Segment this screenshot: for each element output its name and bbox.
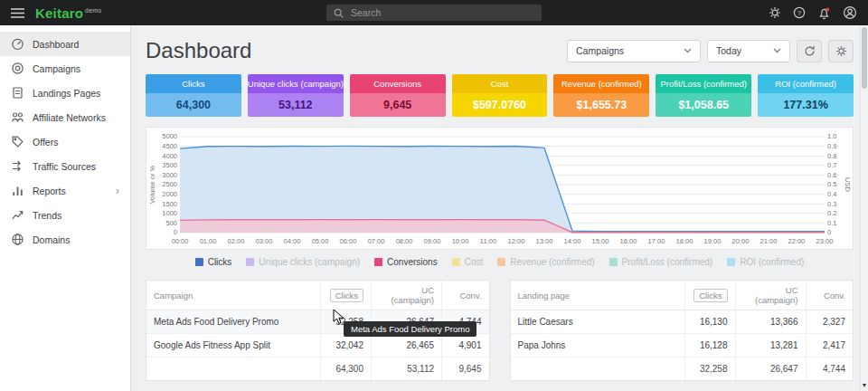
legend-item-profit-loss[interactable]: Profit/Loss (confirmed)	[609, 257, 713, 267]
y-axis-label-left: Volume or %	[148, 165, 156, 204]
clicks-cell: 16,128	[684, 334, 735, 358]
chart-legend: Clicks Unique clicks (campaign) Conversi…	[146, 257, 854, 267]
scroll-down-arrow-icon[interactable]: ▼	[861, 379, 868, 390]
legend-label: Cost	[465, 257, 484, 267]
account-icon[interactable]	[843, 5, 857, 20]
svg-text:4000: 4000	[162, 152, 177, 160]
sidebar-item-reports[interactable]: Reports ›	[0, 178, 130, 203]
svg-text:10:00: 10:00	[452, 237, 469, 245]
legend-swatch	[609, 258, 618, 266]
header-controls: Campaigns Today	[567, 40, 854, 62]
tooltip: Meta Ads Food Delivery Promo	[344, 321, 476, 337]
gear-icon[interactable]	[769, 6, 781, 19]
metric-card-profit-loss: Profit/Loss (confirmed)$1,058.65	[656, 74, 751, 117]
svg-text:20:00: 20:00	[732, 237, 750, 245]
uc-cell: 26,465	[372, 334, 442, 358]
campaign-name-cell[interactable]: Meta Ads Food Delivery Promo	[146, 310, 321, 334]
sidebar-item-landings-pages[interactable]: Landings Pages	[0, 81, 130, 105]
metric-card-roi: ROI (confirmed)177.31%	[758, 74, 854, 117]
svg-text:2500: 2500	[162, 181, 177, 189]
scrollbar[interactable]: ▼	[860, 25, 868, 391]
sidebar-item-label: Domains	[33, 234, 70, 245]
campaigns-filter-select[interactable]: Campaigns	[567, 40, 701, 62]
col-header-conv[interactable]: Conv.	[806, 281, 853, 310]
sidebar-item-traffic-sources[interactable]: Traffic Sources	[0, 154, 130, 178]
svg-text:0: 0	[174, 229, 177, 237]
col-header-conv[interactable]: Conv.	[442, 281, 489, 310]
svg-text:0.8: 0.8	[827, 152, 836, 160]
conv-cell: 4,901	[442, 334, 489, 358]
legend-label: Conversions	[387, 257, 438, 267]
sidebar-item-dashboard[interactable]: Dashboard	[0, 32, 130, 56]
legend-swatch	[497, 258, 505, 266]
sidebar-item-trends[interactable]: Trends	[0, 203, 130, 227]
legend-item-roi[interactable]: ROI (confirmed)	[727, 257, 804, 267]
sidebar-item-domains[interactable]: Domains	[0, 227, 130, 252]
conv-cell: 2,327	[806, 310, 853, 334]
search-input[interactable]	[349, 6, 534, 19]
sidebar-item-campaigns[interactable]: Campaigns	[0, 56, 130, 81]
sidebar-item-affiliate-networks[interactable]: Affiliate Networks	[0, 105, 130, 129]
search-icon	[334, 8, 344, 18]
landing-name-cell[interactable]: Papa Johns	[511, 334, 685, 358]
legend-item-cost[interactable]: Cost	[452, 257, 484, 267]
legend-item-clicks[interactable]: Clicks	[195, 257, 232, 267]
metric-label: Clicks	[146, 74, 241, 93]
totals-spacer	[146, 358, 321, 381]
refresh-icon	[804, 45, 816, 57]
menu-icon[interactable]	[11, 8, 24, 18]
logo[interactable]: Keitarodemo	[35, 5, 101, 21]
metric-card-revenue: Revenue (confirmed)$1,655.73	[553, 74, 649, 117]
topbar: Keitarodemo ?	[0, 0, 868, 25]
date-range-select[interactable]: Today	[707, 40, 790, 62]
totals-conv: 4,744	[806, 358, 853, 381]
svg-text:03:00: 03:00	[256, 237, 273, 245]
svg-text:1500: 1500	[162, 200, 177, 208]
col-header-clicks[interactable]: Clicks	[321, 281, 372, 310]
search-bar[interactable]	[326, 5, 542, 21]
svg-text:0.5: 0.5	[827, 181, 836, 189]
table-row[interactable]: Google Ads Fitness App Split 32,042 26,4…	[146, 334, 489, 358]
table-row[interactable]: Little Caesars 16,130 13,366 2,327	[511, 310, 854, 334]
svg-text:1000: 1000	[162, 209, 177, 217]
main-content: Dashboard Campaigns Today Cl	[131, 25, 868, 391]
svg-text:19:00: 19:00	[704, 237, 722, 245]
notifications-bell-icon[interactable]	[817, 6, 831, 20]
svg-text:5000: 5000	[162, 133, 177, 141]
legend-item-unique-clicks[interactable]: Unique clicks (campaign)	[246, 257, 360, 267]
svg-text:18:00: 18:00	[676, 237, 693, 245]
page-title: Dashboard	[146, 38, 251, 63]
col-header-campaign[interactable]: Campaign	[146, 281, 321, 310]
col-header-uc-campaign[interactable]: UC (campaign)	[735, 281, 806, 310]
campaigns-filter-value: Campaigns	[576, 45, 624, 56]
campaign-name-cell[interactable]: Google Ads Fitness App Split	[146, 334, 321, 358]
legend-swatch	[374, 258, 382, 266]
metric-value: 177.31%	[758, 93, 854, 117]
tag-icon	[11, 135, 24, 148]
totals-clicks: 64,300	[321, 358, 372, 381]
legend-label: Revenue (confirmed)	[510, 257, 594, 267]
help-icon[interactable]: ?	[793, 6, 806, 19]
totals-uc: 26,647	[735, 358, 806, 381]
sidebar-item-offers[interactable]: Offers	[0, 129, 130, 154]
svg-text:17:00: 17:00	[648, 237, 665, 245]
metric-card-conversions: Conversions9,645	[350, 74, 446, 117]
dashboard-settings-button[interactable]	[828, 40, 854, 62]
table-row[interactable]: Papa Johns 16,128 13,281 2,417	[511, 334, 854, 358]
legend-item-conversions[interactable]: Conversions	[374, 257, 438, 267]
legend-item-revenue[interactable]: Revenue (confirmed)	[497, 257, 594, 267]
col-header-clicks[interactable]: Clicks	[684, 281, 735, 310]
scrollbar-thumb[interactable]	[862, 27, 867, 89]
svg-text:?: ?	[797, 9, 802, 17]
col-header-landing-page[interactable]: Landing page	[511, 281, 685, 310]
totals-uc: 53,112	[372, 358, 442, 381]
chart-bars-icon	[11, 184, 24, 197]
svg-text:3000: 3000	[162, 171, 177, 179]
landing-name-cell[interactable]: Little Caesars	[511, 310, 685, 334]
refresh-button[interactable]	[797, 40, 822, 62]
col-header-uc-campaign[interactable]: UC (campaign)	[372, 281, 442, 310]
legend-swatch	[727, 258, 735, 266]
legend-swatch	[452, 258, 460, 266]
metric-value: $597.0760	[452, 93, 548, 117]
metric-card-clicks: Clicks64,300	[146, 74, 241, 117]
